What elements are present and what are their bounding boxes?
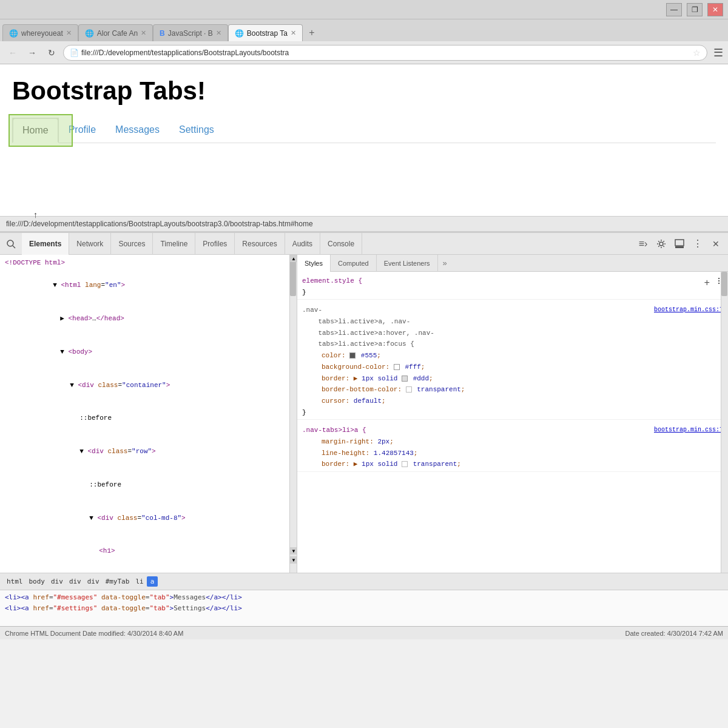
breadcrumb-div3[interactable]: div	[84, 578, 103, 585]
devtools-search-button[interactable]	[0, 233, 22, 255]
new-tab-button[interactable]: +	[303, 24, 321, 41]
devtools-tab-console[interactable]: Console	[320, 233, 362, 255]
devtools-tab-resources[interactable]: Resources	[235, 233, 285, 255]
browser-tab-4[interactable]: 🌐 Bootstrap Ta ✕	[228, 24, 303, 41]
breadcrumb-a[interactable]: a	[147, 576, 158, 587]
breadcrumb-html[interactable]: html	[4, 578, 26, 585]
html-line-body[interactable]: ▼ <body>	[0, 335, 297, 369]
style-prop-border: border: ▶ 1px solid #ddd;	[302, 373, 723, 385]
restore-button[interactable]: ❐	[687, 3, 703, 16]
devtools-tab-profiles[interactable]: Profiles	[195, 233, 235, 255]
bottom-info-right: Date created: 4/30/2014 7:42 AM	[625, 630, 723, 637]
page-title: Bootstrap Tabs!	[12, 76, 716, 106]
scroll-down2-button[interactable]: ▼	[290, 556, 297, 564]
tab-title-1: whereyoueat	[21, 29, 63, 38]
styles-tab-event-listeners[interactable]: Event Listeners	[377, 255, 438, 272]
styles-scrollbar-track[interactable]	[721, 272, 728, 573]
devtools-tab-elements[interactable]: Elements	[22, 233, 69, 255]
bottom-info-left: Chrome HTML Document Date modified: 4/30…	[5, 630, 183, 637]
styles-tab-more[interactable]: »	[438, 255, 452, 271]
html-line-container[interactable]: ▼ <div class="container">	[0, 369, 297, 402]
devtools-panel: Elements Network Sources Timeline Profil…	[0, 232, 728, 590]
source-line-2: <li><a href="#settings" data-toggle="tab…	[5, 603, 723, 614]
browser-tabs-bar: 🌐 whereyoueat ✕ 🌐 Alor Cafe An ✕ B JavaS…	[0, 19, 728, 41]
browser-tab-3[interactable]: B JavaScript · B ✕	[153, 24, 228, 41]
style-prop-border2: border: ▶ 1px solid transparent;	[302, 459, 723, 470]
tab-settings[interactable]: Settings	[169, 118, 224, 143]
devtools-tab-audits[interactable]: Audits	[285, 233, 320, 255]
tab-messages-link[interactable]: Messages	[106, 118, 169, 142]
source-line-1: <li><a href="#messages" data-toggle="tab…	[5, 592, 723, 603]
dock-icon	[675, 239, 684, 249]
style-source-1[interactable]: bootstrap.min.css:7	[654, 305, 723, 350]
breadcrumb-div1[interactable]: div	[48, 578, 66, 585]
breadcrumb-mytab[interactable]: #myTab	[103, 578, 133, 585]
tab-close-3[interactable]: ✕	[216, 29, 221, 37]
breadcrumb-li[interactable]: li	[132, 578, 146, 585]
html-line-h1-close: Bootstrap Tabs!</h1>	[0, 570, 297, 573]
html-line-before1: ::before	[0, 402, 297, 436]
tab-messages[interactable]: Messages	[106, 118, 169, 143]
styles-tab-computed[interactable]: Computed	[331, 255, 377, 272]
address-lock-icon: 📄	[70, 49, 79, 57]
forward-button[interactable]: →	[24, 45, 40, 61]
tab-home[interactable]: Home	[12, 118, 59, 143]
scroll-up-button[interactable]: ▲	[290, 255, 297, 262]
styles-scrollbar-thumb[interactable]	[721, 272, 727, 296]
tab-close-1[interactable]: ✕	[66, 29, 72, 37]
devtools-more-button[interactable]: ⋮	[689, 235, 706, 252]
tab-settings-link[interactable]: Settings	[169, 118, 224, 142]
html-line-h1[interactable]: <h1>	[0, 535, 297, 568]
tab-home-link[interactable]: Home	[13, 118, 58, 143]
address-input[interactable]: 📄 file:///D:/development/testapplication…	[63, 45, 707, 61]
scroll-down-button[interactable]: ▼	[290, 547, 297, 554]
html-line-col[interactable]: ▼ <div class="col-md-8">	[0, 502, 297, 535]
style-rule-nav-tabs-li: .nav-tabs>li>a { bootstrap.min.css:7 mar…	[297, 423, 728, 472]
bookmark-star-icon[interactable]: ☆	[693, 48, 701, 58]
devtools-tab-network[interactable]: Network	[69, 233, 111, 255]
styles-add-button[interactable]: +	[704, 275, 710, 292]
tab-title-2: Alor Cafe An	[97, 29, 138, 38]
tab-close-2[interactable]: ✕	[141, 29, 146, 37]
refresh-button[interactable]: ↻	[44, 45, 59, 61]
elements-scrollbar-thumb[interactable]	[290, 260, 296, 296]
back-button[interactable]: ←	[5, 45, 21, 61]
tab-title-3: JavaScript · B	[168, 29, 213, 38]
devtools-dock-button[interactable]	[671, 235, 688, 252]
styles-tabs-bar: Styles Computed Event Listeners »	[297, 255, 728, 272]
tab-profile-link[interactable]: Profile	[59, 118, 106, 142]
style-selector-nav-tabs: .nav- tabs>li.active>a, .nav- tabs>li.ac…	[302, 305, 434, 350]
svg-line-1	[13, 246, 15, 248]
tab-icon-4: 🌐	[235, 29, 244, 38]
url-status-bar: file:///D:/development/testapplications/…	[0, 216, 728, 232]
style-rule-nav-tabs-active: .nav- tabs>li.active>a, .nav- tabs>li.ac…	[297, 303, 728, 420]
tab-profile[interactable]: Profile	[59, 118, 106, 143]
style-prop-color: color: #555;	[302, 350, 723, 362]
styles-panel: Styles Computed Event Listeners » + ⠿ el…	[297, 255, 728, 573]
browser-menu-button[interactable]: ☰	[713, 46, 723, 59]
style-prop-bgcolor: background-color: #fff;	[302, 362, 723, 373]
address-text: file:///D:/development/testapplications/…	[81, 49, 693, 57]
style-prop-border-bottom: border-bottom-color: transparent;	[302, 384, 723, 396]
browser-tab-2[interactable]: 🌐 Alor Cafe An ✕	[78, 24, 153, 41]
breadcrumb-div2[interactable]: div	[66, 578, 84, 585]
breadcrumb-body[interactable]: body	[26, 578, 49, 585]
elements-scrollbar-track[interactable]: ▲ ▼ ▼	[289, 255, 297, 573]
browser-tab-1[interactable]: 🌐 whereyoueat ✕	[2, 24, 78, 41]
devtools-tab-timeline[interactable]: Timeline	[153, 233, 195, 255]
url-status-text: file:///D:/development/testapplications/…	[6, 220, 313, 228]
devtools-settings-button[interactable]	[653, 235, 670, 252]
close-button[interactable]: ✕	[707, 3, 723, 16]
tab-title-4: Bootstrap Ta	[247, 29, 288, 38]
minimize-button[interactable]: —	[666, 3, 682, 16]
html-line-row[interactable]: ▼ <div class="row">	[0, 436, 297, 469]
styles-tab-styles[interactable]: Styles	[297, 255, 331, 272]
devtools-execute-button[interactable]: ≡›	[635, 235, 652, 252]
page-content-area: Bootstrap Tabs! Home Profile Messages Se…	[0, 64, 728, 216]
html-line-head[interactable]: ▶ <head>…</head>	[0, 302, 297, 335]
tab-close-4[interactable]: ✕	[291, 29, 296, 37]
html-line-html[interactable]: ▼ <html lang="en">	[0, 269, 297, 303]
devtools-close-button[interactable]: ✕	[707, 235, 724, 252]
devtools-tab-sources[interactable]: Sources	[111, 233, 153, 255]
style-source-2[interactable]: bootstrap.min.css:7	[654, 425, 723, 436]
